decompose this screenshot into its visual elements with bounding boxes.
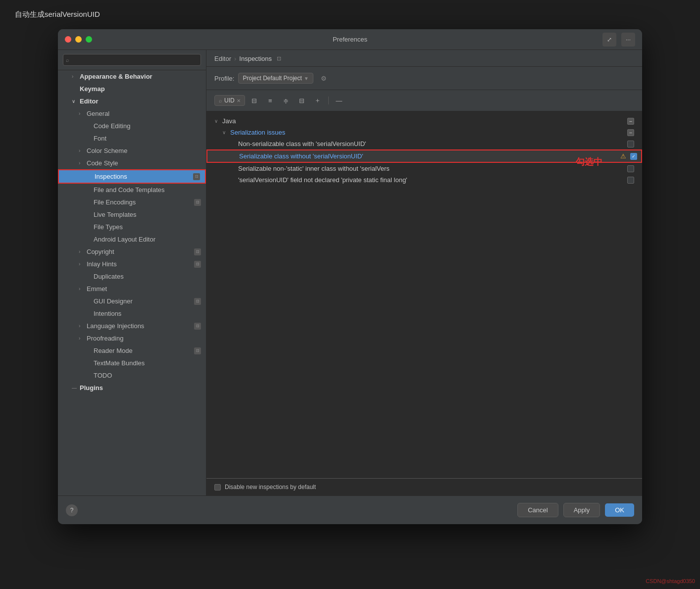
sidebar-item-duplicates[interactable]: Duplicates <box>58 270 206 283</box>
breadcrumb: Editor › Inspections ⊡ <box>214 55 281 62</box>
chevron-right-icon: › <box>79 160 85 166</box>
more-icon-btn[interactable]: ··· <box>621 33 635 47</box>
chevron-down-icon: ∨ <box>222 130 228 135</box>
main-layout: ⌕ › Appearance & Behavior Keymap ∨ Edito… <box>58 50 642 495</box>
sidebar-item-android-layout[interactable]: Android Layout Editor <box>58 233 206 245</box>
sidebar-item-label: Emmet <box>87 285 107 293</box>
group-btn[interactable]: ⊟ <box>296 94 308 107</box>
sidebar-item-label: Copyright <box>87 248 114 255</box>
traffic-light-green[interactable] <box>86 36 92 43</box>
sidebar-item-label: Proofreading <box>87 335 123 342</box>
gear-button[interactable]: ⚙ <box>317 72 330 85</box>
sidebar-item-general[interactable]: › General <box>58 107 206 120</box>
sidebar-item-label: Reader Mode <box>94 347 133 354</box>
minus-btn[interactable]: — <box>333 94 346 107</box>
sidebar-item-color-scheme[interactable]: › Color Scheme <box>58 145 206 157</box>
chevron-down-icon: ∨ <box>72 98 78 104</box>
tree-node-serialization-issues[interactable]: ∨ Serialization issues <box>206 127 642 138</box>
profile-select[interactable]: Project Default Project ▼ <box>238 73 313 84</box>
apply-button[interactable]: Apply <box>563 503 600 517</box>
non-static-checkbox[interactable] <box>627 165 634 172</box>
titlebar: Preferences ⤢ ··· <box>58 29 642 50</box>
copyright-icon: ⊡ <box>194 248 201 255</box>
search-box[interactable]: ⌕ UID ✕ <box>214 95 245 106</box>
disable-inspections-checkbox[interactable] <box>214 484 221 491</box>
sidebar-item-label: GUI Designer <box>94 297 133 305</box>
sidebar: ⌕ › Appearance & Behavior Keymap ∨ Edito… <box>58 50 206 495</box>
align-center-btn[interactable]: ≑ <box>280 94 293 107</box>
tree-node-label: Serializable class without 'serialVersio… <box>239 152 363 160</box>
non-serializable-checkbox[interactable] <box>627 141 634 147</box>
tree-node-field-not-declared[interactable]: 'serialVersionUID' field not declared 'p… <box>206 174 642 186</box>
window: Preferences ⤢ ··· ⌕ › Appearance & Behav… <box>58 29 642 524</box>
titlebar-actions: ⤢ ··· <box>602 33 635 47</box>
chevron-down-icon: ∨ <box>214 118 220 124</box>
serialization-issues-checkbox[interactable] <box>627 129 634 136</box>
cancel-button[interactable]: Cancel <box>517 503 558 517</box>
sidebar-item-label: Duplicates <box>94 273 124 280</box>
sidebar-search-input[interactable] <box>63 54 201 66</box>
traffic-lights <box>65 36 92 43</box>
sidebar-item-reader-mode[interactable]: Reader Mode ⊡ <box>58 344 206 357</box>
sidebar-item-keymap[interactable]: Keymap <box>58 83 206 95</box>
help-icon: ? <box>70 507 74 514</box>
sidebar-item-inlay-hints[interactable]: › Inlay Hints ⊡ <box>58 258 206 270</box>
sidebar-item-label: Inspections <box>95 173 127 180</box>
breadcrumb-editor: Editor <box>214 55 231 62</box>
sidebar-item-label: Font <box>94 135 106 142</box>
search-text: UID <box>224 97 235 104</box>
traffic-light-red[interactable] <box>65 36 71 43</box>
sidebar-item-plugins[interactable]: — Plugins <box>58 382 206 394</box>
sidebar-item-font[interactable]: Font <box>58 132 206 145</box>
sidebar-item-todo[interactable]: TODO <box>58 369 206 382</box>
file-encodings-icon: ⊡ <box>194 199 201 206</box>
field-not-declared-checkbox[interactable] <box>627 177 634 184</box>
sidebar-item-file-code-templates[interactable]: File and Code Templates <box>58 184 206 196</box>
page-title-text: 自动生成serialVersionUID <box>10 10 690 19</box>
bottom-bar: Disable new inspections by default <box>206 478 642 495</box>
chevron-right-icon: › <box>79 286 85 292</box>
sidebar-item-editor[interactable]: ∨ Editor <box>58 95 206 107</box>
sidebar-item-gui-designer[interactable]: GUI Designer ⊡ <box>58 295 206 307</box>
sidebar-item-label: TextMate Bundles <box>94 359 145 367</box>
help-button[interactable]: ? <box>66 504 78 516</box>
filter-btn[interactable]: ⊟ <box>248 94 261 107</box>
sidebar-item-language-injections[interactable]: › Language Injections ⊡ <box>58 320 206 332</box>
footer-left: ? <box>66 504 78 516</box>
chevron-right-icon: › <box>79 148 85 153</box>
sidebar-item-copyright[interactable]: › Copyright ⊡ <box>58 245 206 258</box>
sidebar-item-code-editing[interactable]: Code Editing <box>58 120 206 132</box>
sidebar-item-code-style[interactable]: › Code Style <box>58 157 206 169</box>
traffic-light-yellow[interactable] <box>75 36 82 43</box>
sidebar-item-emmet[interactable]: › Emmet <box>58 283 206 295</box>
sidebar-item-label: Code Style <box>87 159 118 167</box>
sidebar-item-appearance-behavior[interactable]: › Appearance & Behavior <box>58 70 206 83</box>
serializable-without-checkbox[interactable] <box>630 153 637 160</box>
sidebar-item-file-types[interactable]: File Types <box>58 221 206 233</box>
sidebar-item-inspections[interactable]: Inspections ⊡ <box>58 169 206 184</box>
align-top-icon: ≡ <box>268 97 272 104</box>
content-area: Editor › Inspections ⊡ Profile: Project … <box>206 50 642 495</box>
java-checkbox[interactable] <box>627 118 634 125</box>
sidebar-item-textmate[interactable]: TextMate Bundles <box>58 357 206 369</box>
minus-icon: — <box>72 385 78 391</box>
chevron-right-icon: › <box>72 74 78 79</box>
tree-node-label: Java <box>222 117 236 125</box>
sidebar-item-file-encodings[interactable]: File Encodings ⊡ <box>58 196 206 208</box>
sidebar-item-intentions[interactable]: Intentions <box>58 307 206 320</box>
sidebar-item-live-templates[interactable]: Live Templates <box>58 208 206 221</box>
sidebar-item-proofreading[interactable]: › Proofreading <box>58 332 206 344</box>
breadcrumb-inspections: Inspections <box>239 55 272 62</box>
search-icon: ⌕ <box>219 98 222 103</box>
expand-icon-btn[interactable]: ⤢ <box>602 33 616 47</box>
tree-node-non-serializable[interactable]: Non-serializable class with 'serialVersi… <box>206 138 642 149</box>
ok-button[interactable]: OK <box>605 503 634 517</box>
clear-icon[interactable]: ✕ <box>237 98 241 103</box>
sidebar-item-label: Intentions <box>94 310 121 317</box>
align-top-btn[interactable]: ≡ <box>264 94 277 107</box>
sidebar-item-label: Appearance & Behavior <box>80 73 152 80</box>
tree-node-java[interactable]: ∨ Java <box>206 115 642 127</box>
sidebar-item-label: Code Editing <box>94 122 130 130</box>
add-btn[interactable]: ＋ <box>311 94 324 107</box>
content-header: Editor › Inspections ⊡ <box>206 50 642 67</box>
